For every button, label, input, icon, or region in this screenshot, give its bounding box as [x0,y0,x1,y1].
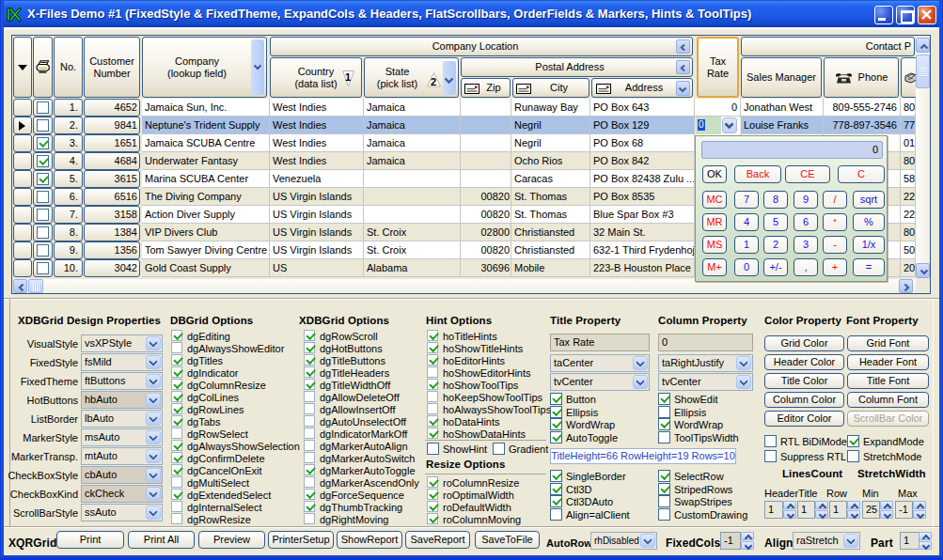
svg-text:1: 1 [345,71,351,83]
svg-text:2: 2 [431,76,436,87]
